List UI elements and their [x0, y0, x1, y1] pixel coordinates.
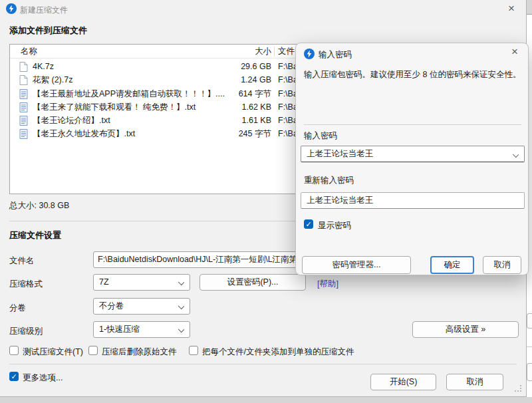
archive-file-icon: [19, 75, 28, 85]
text-file-icon: [19, 116, 28, 126]
column-header-file[interactable]: 文件: [278, 45, 295, 59]
total-size-label: 总大小: 30.8 GB: [9, 200, 69, 211]
more-options-label: 更多选项...: [23, 372, 63, 384]
check-icon: ✓: [11, 372, 17, 380]
text-file-icon: [19, 102, 28, 112]
filename-label: 文件名: [9, 255, 35, 267]
format-label: 压缩格式: [9, 279, 43, 290]
password-combobox[interactable]: 上老王论坛当老王: [301, 146, 525, 162]
file-size: 614 字节: [176, 87, 271, 100]
file-size: 1.24 GB: [176, 73, 271, 86]
close-icon[interactable]: ×: [502, 1, 521, 16]
divider: [9, 364, 517, 364]
level-dropdown[interactable]: 1-快速压缩: [93, 321, 190, 338]
file-size: 29.6 GB: [176, 60, 271, 73]
help-link[interactable]: [帮助]: [317, 279, 338, 290]
enter-password-dialog: 输入密码 × 输入压缩包密码。建议使用至少 8 位的密码来保证安全性。 输入密码…: [295, 43, 529, 275]
window-title: 新建压缩文件: [20, 5, 68, 16]
check-icon: ✓: [305, 220, 311, 228]
text-file-icon: [19, 129, 28, 139]
level-value: 1-快速压缩: [99, 325, 140, 334]
background-window-fragment: [527, 346, 532, 347]
file-name: 【老王来了就能下载和观看！ 纯免费！】.txt: [33, 100, 196, 114]
level-label: 压缩级别: [9, 326, 43, 337]
password-label: 输入密码: [304, 130, 337, 142]
more-options-checkbox[interactable]: ✓: [9, 372, 19, 381]
format-value: 7Z: [99, 277, 109, 287]
divider: [304, 124, 521, 125]
separate-archives-checkbox[interactable]: [189, 346, 198, 355]
test-archive-label: 测试压缩文件(T): [23, 346, 83, 358]
dialog-close-icon[interactable]: ×: [505, 45, 524, 59]
separate-archives-label: 把每个文件/文件夹添加到单独的压缩文件: [202, 346, 354, 358]
volume-value: 不分卷: [99, 301, 124, 311]
file-size: 1.61 KB: [176, 114, 271, 127]
confirm-password-input[interactable]: [301, 192, 525, 209]
delete-after-label: 压缩后删除原始文件: [102, 346, 177, 358]
column-header-size[interactable]: 大小: [176, 45, 271, 59]
volume-dropdown[interactable]: 不分卷: [93, 298, 190, 315]
dialog-title: 输入密码: [319, 49, 352, 61]
resize-grip[interactable]: [514, 384, 522, 392]
start-button[interactable]: 开始(S): [370, 374, 436, 390]
background-window-fragment: [527, 363, 532, 381]
ok-button[interactable]: 确定: [430, 256, 474, 274]
format-dropdown[interactable]: 7Z: [93, 274, 190, 291]
app-logo-icon: [6, 3, 17, 14]
chevron-down-icon: [513, 152, 519, 158]
file-name: 花絮 (2).7z: [33, 73, 72, 86]
text-file-icon: [19, 89, 28, 99]
main-cancel-button[interactable]: 取消: [446, 374, 503, 390]
test-archive-checkbox[interactable]: [9, 346, 19, 355]
show-password-label: 显示密码: [318, 220, 351, 231]
file-size: 245 字节: [176, 127, 271, 140]
app-logo-icon: [304, 49, 315, 59]
chevron-down-icon: [178, 303, 184, 309]
archive-settings-heading: 压缩文件设置: [9, 229, 61, 241]
volume-label: 分卷: [9, 303, 26, 314]
password-value: 上老王论坛当老王: [307, 149, 373, 158]
add-files-heading: 添加文件到压缩文件: [9, 25, 87, 37]
confirm-password-label: 重新输入密码: [304, 175, 354, 186]
file-name: 【老王永久地址发布页】.txt: [33, 127, 135, 140]
file-name: 【老王论坛介绍】.txt: [33, 114, 110, 127]
file-name: 4K.7z: [33, 60, 54, 73]
chevron-down-icon: [178, 279, 184, 285]
dialog-description: 输入压缩包密码。建议使用至少 8 位的密码来保证安全性。: [304, 68, 525, 81]
background-window-fragment: [527, 313, 532, 329]
advanced-settings-button[interactable]: 高级设置 »: [412, 321, 519, 338]
archive-file-icon: [19, 62, 28, 72]
show-password-checkbox[interactable]: ✓: [304, 219, 313, 229]
chevron-down-icon: [178, 327, 184, 333]
column-header-name[interactable]: 名称: [21, 45, 37, 59]
set-password-button[interactable]: 设置密码(P)...: [200, 274, 306, 291]
column-separator[interactable]: [274, 47, 275, 57]
dialog-cancel-button[interactable]: 取消: [483, 256, 521, 274]
file-size: 1.62 KB: [176, 100, 271, 114]
password-manager-button[interactable]: 密码管理器...: [302, 256, 411, 274]
delete-after-checkbox[interactable]: [88, 346, 98, 355]
